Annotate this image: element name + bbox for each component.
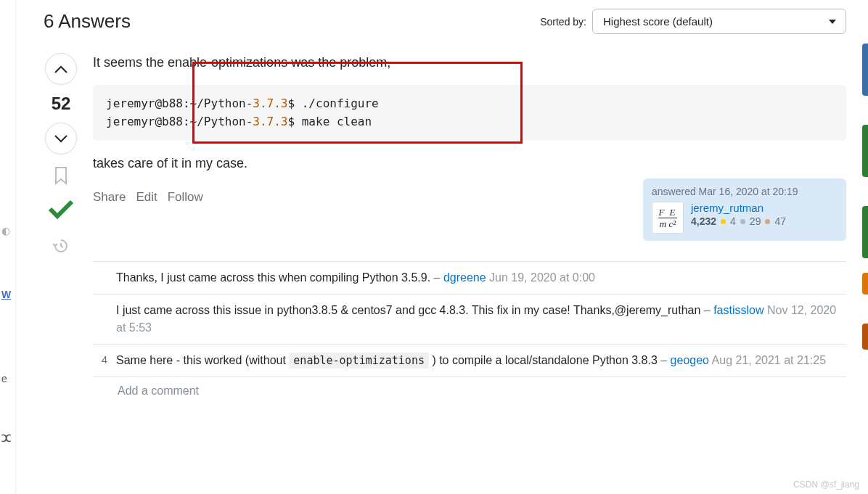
sort-label: Sorted by: [540, 16, 586, 28]
comment-user-link[interactable]: fastisslow [713, 304, 763, 316]
bronze-badge-icon [765, 219, 770, 224]
avatar[interactable]: F E m c² [652, 202, 684, 234]
answers-heading: 6 Answers [44, 10, 131, 33]
edit-link[interactable]: Edit [136, 190, 157, 205]
downvote-button[interactable] [45, 123, 77, 155]
bookmark-button[interactable] [53, 166, 69, 187]
timeline-button[interactable] [52, 237, 70, 257]
comment-score [93, 269, 107, 287]
comment-row: 4Same here - this worked (without enable… [93, 345, 846, 377]
comment-date: Aug 21, 2021 at 21:25 [712, 354, 826, 366]
upvote-button[interactable] [45, 53, 77, 85]
share-link[interactable]: Share [93, 190, 126, 205]
user-link[interactable]: jeremy_rutman [691, 202, 786, 214]
check-icon [48, 199, 74, 219]
chevron-up-icon [54, 65, 67, 73]
comment-date: Jun 19, 2020 at 0:00 [489, 271, 595, 284]
comment-body: Thanks, I just came across this when com… [116, 269, 846, 287]
sort-select[interactable]: Highest score (default) [592, 9, 846, 34]
vote-score: 52 [52, 94, 71, 114]
code-block: jeremyr@b88:~/Python-3.7.3$ ./configure … [93, 85, 846, 141]
comment-row: I just came across this issue in python3… [93, 295, 846, 345]
comment-body: I just came across this issue in python3… [116, 302, 846, 337]
answer-text-1: It seems the enable-optimizations was th… [93, 53, 846, 73]
comment-score: 4 [93, 352, 107, 369]
silver-badge-icon [740, 219, 745, 224]
add-comment-link[interactable]: Add a comment [93, 377, 846, 398]
user-card: answered Mar 16, 2020 at 20:19 F E m c² … [643, 178, 846, 241]
follow-link[interactable]: Follow [168, 190, 203, 205]
comment-user-link[interactable]: dgreene [443, 271, 486, 284]
accepted-check [48, 199, 74, 221]
gold-badge-icon [721, 219, 726, 224]
inline-code: enable-optimizations [289, 353, 429, 369]
answered-time: answered Mar 16, 2020 at 20:19 [652, 186, 838, 197]
chevron-down-icon [54, 135, 67, 143]
comments-list: Thanks, I just came across this when com… [93, 261, 846, 377]
history-icon [52, 237, 70, 255]
comment-body: Same here - this worked (without enable-… [116, 352, 846, 369]
answer-text-2: takes care of it in my case. [93, 154, 846, 174]
comment-user-link[interactable]: geogeo [671, 354, 709, 366]
reputation: 4,232 [691, 215, 716, 227]
comment-row: Thanks, I just came across this when com… [93, 262, 846, 295]
comment-score [93, 302, 107, 337]
bookmark-icon [53, 166, 69, 185]
